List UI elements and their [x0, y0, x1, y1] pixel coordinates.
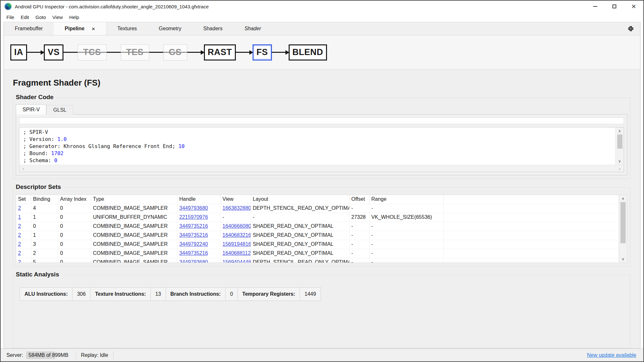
tab-geometry[interactable]: Geometry — [148, 22, 192, 35]
tab-textures[interactable]: Textures — [106, 22, 148, 35]
cell-array_index: 0 — [58, 231, 91, 240]
menu-help[interactable]: Help — [66, 13, 82, 21]
code-text-segment: ; Version: — [23, 136, 57, 142]
cell-view: 1569194816 — [220, 240, 251, 249]
handle-link[interactable]: 3449792240 — [179, 241, 208, 247]
cell-type: COMBINED_IMAGE_SAMPLER — [91, 222, 177, 231]
close-tab-icon[interactable]: × — [91, 26, 95, 32]
column-header[interactable]: Range — [369, 195, 443, 204]
minimize-button[interactable] — [585, 1, 605, 12]
pipeline-stage-rast[interactable]: RAST — [204, 44, 236, 60]
cell-offset: 27328 — [349, 213, 369, 222]
view-link[interactable]: 1569194816 — [223, 241, 251, 247]
cell-type: UNIFORM_BUFFER_DYNAMIC — [91, 213, 177, 222]
code-horizontal-scrollbar[interactable]: ‹ › — [19, 165, 624, 172]
metric-value: 0 — [226, 288, 238, 301]
pipeline-connector — [107, 52, 121, 53]
close-button[interactable]: × — [624, 1, 643, 12]
view-link[interactable]: 1640688112 — [223, 250, 251, 256]
title-bar: Android GPU Inspector - com.activision.c… — [1, 1, 643, 12]
set-link[interactable]: 2 — [18, 259, 21, 263]
handle-link[interactable]: 3449735216 — [179, 250, 208, 256]
cell-range: - — [369, 204, 443, 213]
cell-array_index: 0 — [58, 204, 91, 213]
shader-tab-spir-v[interactable]: SPIR-V — [16, 104, 46, 115]
handle-link[interactable]: 3449793680 — [179, 259, 208, 263]
view-link[interactable]: 1663832880 — [223, 205, 251, 211]
pipeline-stage-vs[interactable]: VS — [44, 44, 63, 60]
view-link[interactable]: 1640666080 — [223, 223, 251, 229]
column-header[interactable]: View — [220, 195, 251, 204]
column-header[interactable]: Handle — [177, 195, 220, 204]
cell-range: - — [369, 240, 443, 249]
menu-file[interactable]: File — [3, 13, 17, 21]
pipeline-connector — [187, 52, 204, 53]
scroll-down-icon[interactable]: ∨ — [616, 158, 624, 165]
app-window: Android GPU Inspector - com.activision.c… — [0, 0, 644, 362]
code-vertical-scrollbar[interactable]: ∧ ∨ — [615, 127, 624, 165]
pipeline-connector — [27, 52, 44, 53]
maximize-button[interactable] — [605, 1, 624, 12]
column-header[interactable]: Layout — [251, 195, 349, 204]
cell-layout: DEPTH_STENCIL_READ_ONLY_OPTIMAL — [251, 258, 349, 263]
cell-view: - — [220, 213, 251, 222]
menu-view[interactable]: View — [49, 13, 66, 21]
scroll-right-icon[interactable]: › — [619, 166, 620, 171]
pipeline-connector — [63, 52, 78, 53]
table-scrollbar-thumb[interactable] — [620, 202, 626, 243]
cell-layout: SHADER_READ_ONLY_OPTIMAL — [251, 222, 349, 231]
handle-link[interactable]: 3449735216 — [179, 232, 208, 238]
menu-edit[interactable]: Edit — [17, 13, 32, 21]
pipeline-stage-ia[interactable]: IA — [10, 44, 27, 60]
cell-set: 2 — [16, 258, 31, 263]
window-title: Android GPU Inspector - com.activision.c… — [15, 4, 209, 9]
metric-value: 1449 — [300, 288, 321, 301]
code-scrollbar-thumb[interactable] — [617, 135, 622, 149]
pipeline-stage-fs[interactable]: FS — [253, 44, 272, 60]
set-link[interactable]: 2 — [18, 232, 21, 238]
view-link[interactable]: 1569404448 — [223, 259, 251, 263]
pipeline-stage-gs[interactable]: GS — [163, 44, 187, 60]
scroll-up-icon[interactable]: ∧ — [619, 195, 627, 202]
cell-view: 1663832880 — [220, 204, 251, 213]
set-link[interactable]: 2 — [18, 223, 21, 229]
column-header[interactable]: Type — [91, 195, 177, 204]
column-header[interactable]: Offset — [349, 195, 369, 204]
metric-label: ALU Instructions: — [20, 288, 72, 301]
scroll-left-icon[interactable]: ‹ — [23, 166, 24, 171]
scroll-up-icon[interactable]: ∧ — [616, 127, 624, 135]
set-link[interactable]: 2 — [18, 241, 21, 247]
pipeline-stage-blend[interactable]: BLEND — [289, 44, 327, 60]
tab-shaders[interactable]: Shaders — [192, 22, 234, 35]
tab-shader[interactable]: Shader — [234, 22, 272, 35]
code-number: 1702 — [51, 150, 64, 156]
collapse-panes-button[interactable] — [627, 24, 635, 33]
tab-label: Shaders — [203, 26, 223, 32]
cell-range: VK_WHOLE_SIZE(65536) — [369, 213, 443, 222]
update-available-link[interactable]: New update available — [587, 352, 636, 358]
descriptor-table-wrap: SetBindingArray IndexTypeHandleViewLayou… — [16, 195, 627, 263]
cell-handle: 2215970976 — [177, 213, 220, 222]
handle-link[interactable]: 3449735216 — [179, 223, 208, 229]
cell-layout: - — [251, 213, 349, 222]
menu-goto[interactable]: Goto — [32, 13, 49, 21]
cell-layout: DEPTH_STENCIL_READ_ONLY_OPTIMAL — [251, 204, 349, 213]
column-header[interactable]: Array Index — [58, 195, 91, 204]
tab-framebuffer[interactable]: Framebuffer — [4, 22, 54, 35]
set-link[interactable]: 2 — [18, 250, 21, 256]
handle-link[interactable]: 3449793680 — [179, 205, 208, 211]
column-header[interactable]: Set — [16, 195, 31, 204]
view-link[interactable]: 1640683216 — [223, 232, 251, 238]
column-header[interactable]: Binding — [31, 195, 58, 204]
set-link[interactable]: 2 — [18, 205, 21, 211]
code-number: 0 — [54, 157, 57, 163]
table-vertical-scrollbar[interactable]: ∧ ∨ — [619, 195, 627, 263]
tab-pipeline[interactable]: Pipeline× — [54, 22, 106, 35]
handle-link[interactable]: 2215970976 — [179, 214, 208, 220]
pipeline-stage-tes[interactable]: TES — [121, 44, 149, 60]
pipeline-stage-tcs[interactable]: TCS — [78, 44, 107, 60]
set-link[interactable]: 1 — [18, 214, 21, 220]
scroll-down-icon[interactable]: ∨ — [619, 255, 627, 263]
shader-tab-glsl[interactable]: GLSL — [46, 105, 73, 115]
cell-offset: - — [349, 204, 369, 213]
